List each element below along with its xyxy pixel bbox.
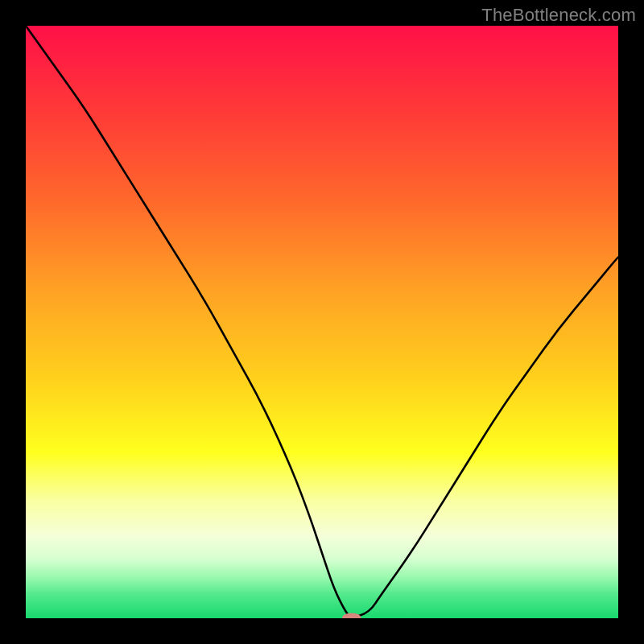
attribution-label: TheBottleneck.com xyxy=(481,5,636,26)
bottleneck-curve xyxy=(26,26,618,618)
plot-area xyxy=(26,26,618,618)
chart-stage: TheBottleneck.com xyxy=(0,0,644,644)
optimal-marker xyxy=(342,613,361,618)
